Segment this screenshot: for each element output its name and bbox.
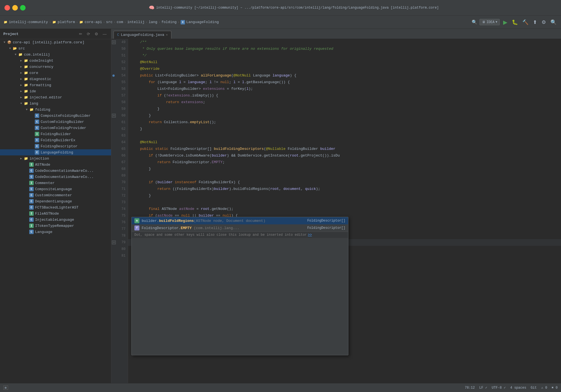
code-67: FoldingDescriptor. xyxy=(173,159,211,166)
tree-label-src: src xyxy=(18,46,25,51)
close-button[interactable] xyxy=(4,5,10,11)
line-71: 71 xyxy=(111,186,128,192)
breadcrumb-intellij[interactable]: intellij xyxy=(127,20,144,24)
tree-label-composite-lang: CompositeLanguage xyxy=(35,187,72,191)
breadcrumb-core-api[interactable]: 📁 core-api xyxy=(79,20,102,24)
tree-item-language[interactable]: ▶ C Language xyxy=(0,229,111,235)
tree-item-ide[interactable]: ▶ 📁 ide xyxy=(0,88,111,94)
code-62: } xyxy=(131,126,142,132)
tree-item-custom-folding-builder[interactable]: ▶ C CustomFoldingBuilder xyxy=(0,119,111,125)
tree-item-dependent-lang[interactable]: ▶ C DependentLanguage xyxy=(0,198,111,204)
tree-item-fcts[interactable]: ▶ C FCTSBackedLighterAST xyxy=(0,204,111,210)
tree-item-concurrency[interactable]: ▶ 📁 concurrency xyxy=(0,64,111,70)
breadcrumb-lang[interactable]: lang xyxy=(149,20,157,24)
tree-item-language-folding[interactable]: ▶ C LanguageFolding xyxy=(0,149,111,155)
autocomplete-item-2[interactable]: f FoldingDescriptor.EMPTY (com.intellij.… xyxy=(132,224,348,232)
tree-label-injection: injection xyxy=(29,157,49,161)
status-encoding[interactable]: UTF-8 ✓ xyxy=(492,386,506,390)
status-bar: ⊞ 78:12 LF ✓ UTF-8 ✓ 4 spaces Git ⚠ 0 ✖ … xyxy=(0,383,561,392)
codeinsight-folder-icon: 📁 xyxy=(23,58,28,63)
sync-button[interactable]: ⟳ xyxy=(86,31,91,37)
run-config-dropdown[interactable]: 🖥 IDEA ▼ xyxy=(479,19,500,25)
tree-item-lang[interactable]: ▼ 📁 lang xyxy=(0,100,111,106)
code3-70: FoldingBuilderEx) { xyxy=(196,179,240,186)
status-indent[interactable]: 4 spaces xyxy=(510,386,526,390)
line-53: 53 xyxy=(111,66,128,72)
expand-arrow-com-intellij: ▼ xyxy=(13,52,18,57)
tree-item-injected-editor[interactable]: ▶ 📁 injected.editor xyxy=(0,94,111,100)
tree-item-injection[interactable]: ▶ 📁 injection xyxy=(0,155,111,162)
line-69: 69 xyxy=(111,172,128,179)
tree-item-folding-builder-ex[interactable]: ▶ C FoldingBuilderEx xyxy=(0,137,111,143)
tree-item-diagnostic[interactable]: ▶ 📁 diagnostic xyxy=(0,76,111,82)
tree-item-composite-lang[interactable]: ▶ C CompositeLanguage xyxy=(0,186,111,192)
kw-return-71: return xyxy=(131,186,173,192)
src-folder-icon: 📂 xyxy=(12,46,17,51)
tree-item-folding[interactable]: ▼ 📁 folding xyxy=(0,106,111,113)
breadcrumb-com[interactable]: com xyxy=(117,20,123,24)
dropdown-arrow-icon: ▼ xyxy=(496,21,497,24)
new-scratch-button[interactable]: ✏ xyxy=(78,31,83,37)
breadcrumb-platform[interactable]: 📁 platform xyxy=(52,20,75,24)
maximize-button[interactable] xyxy=(20,5,26,11)
tree-item-file-astnode[interactable]: ▶ I FileASTNode xyxy=(0,210,111,217)
autocomplete-item-1[interactable]: m builder.buildFoldRegions(ASTNode node,… xyxy=(132,217,348,224)
tree-item-commenter[interactable]: ▶ I Commenter xyxy=(0,180,111,186)
tree-item-codedoc1[interactable]: ▶ C CodeDocumentationAwareCo... xyxy=(0,168,111,174)
status-warnings[interactable]: ⚠ 0 xyxy=(541,386,547,390)
ac-return-type-2: FoldingDescriptor[] xyxy=(307,226,345,230)
expand-arrow-folding: ▼ xyxy=(24,107,29,112)
status-square-icon[interactable]: ⊞ xyxy=(3,386,8,390)
breadcrumb-language-folding[interactable]: C LanguageFolding xyxy=(181,20,219,24)
sidebar-close-button[interactable]: — xyxy=(102,31,108,37)
tree-item-core[interactable]: ▶ 📁 core xyxy=(0,70,111,76)
tree-item-codeinsight[interactable]: ▶ 📁 codeInsight xyxy=(0,58,111,64)
line-70: 70 xyxy=(111,179,128,186)
tree-item-com-intellij[interactable]: ▼ 📁 com.intellij xyxy=(0,51,111,58)
build-button[interactable]: 🔨 xyxy=(521,18,530,26)
class-c-icon-injectable: C xyxy=(29,217,34,222)
vcs-button[interactable]: ⬆ xyxy=(532,18,538,26)
tree-item-composite-folding[interactable]: ▶ C CompositeFoldingBuilder xyxy=(0,113,111,119)
tree-item-codedoc2[interactable]: ▶ C CodeDocumentationAwareCo... xyxy=(0,174,111,180)
tree-item-core-api[interactable]: ▼ 📦 core-api [intellij.platform.core] xyxy=(0,39,111,45)
status-line-ending[interactable]: LF ✓ xyxy=(479,386,487,390)
tree-item-custom-folding-provider[interactable]: ▶ C CustomFoldingProvider xyxy=(0,125,111,131)
line-64: 64 xyxy=(111,139,128,146)
tab-language-folding[interactable]: C LanguageFolding.java × xyxy=(114,31,171,39)
tree-item-custom-uncommenter[interactable]: ▶ C CustomUncommenter xyxy=(0,192,111,198)
tree-item-astnode[interactable]: ▶ I ASTNode xyxy=(0,162,111,168)
breadcrumb-folding[interactable]: folding xyxy=(161,20,177,24)
debug-button[interactable]: 🐛 xyxy=(511,18,519,26)
global-search-button[interactable]: 🔍 xyxy=(549,18,558,26)
kw-if-57: if xyxy=(131,92,164,99)
search-icon[interactable]: 🔍 xyxy=(472,19,477,25)
global-search-icon: 🔍 xyxy=(550,19,557,25)
param-54: Language xyxy=(251,72,272,79)
run-button[interactable]: ▶ xyxy=(502,18,508,27)
param-name-54: language xyxy=(272,72,290,79)
minimize-button[interactable] xyxy=(12,5,18,11)
autocomplete-popup: m builder.buildFoldRegions(ASTNode node,… xyxy=(131,217,348,355)
hint-link[interactable]: >> xyxy=(308,233,312,237)
ac-method-text-1: builder.buildFoldRegions(ASTNode node, D… xyxy=(142,219,305,223)
tree-item-formatting[interactable]: ▶ 📁 formatting xyxy=(0,82,111,88)
sidebar-settings-button[interactable]: ⚙ xyxy=(94,31,99,37)
tree-item-injectable-lang[interactable]: ▶ C InjectableLanguage xyxy=(0,217,111,223)
status-position[interactable]: 78:12 xyxy=(465,386,475,390)
code2-56: = forKey( xyxy=(225,86,246,92)
tree-item-src[interactable]: ▼ 📂 src xyxy=(0,45,111,51)
tree-item-token-remapper[interactable]: ▶ I ITokenTypeRemapper xyxy=(0,223,111,229)
breadcrumb-project[interactable]: 📁 intellij-community xyxy=(3,20,48,24)
autocomplete-hint: Dot, space and some other keys will also… xyxy=(132,232,348,238)
var-74: astNode xyxy=(179,206,195,212)
status-errors[interactable]: ✖ 0 xyxy=(552,386,558,390)
tab-close-button[interactable]: × xyxy=(166,33,168,37)
settings-button[interactable]: ⚙ xyxy=(540,18,547,26)
breadcrumb: 📁 intellij-community › 📁 platform › 📁 co… xyxy=(3,20,469,24)
tree-item-folding-descriptor[interactable]: ▶ C FoldingDescriptor xyxy=(0,143,111,149)
status-git[interactable]: Git xyxy=(531,386,537,390)
var2-74: root xyxy=(201,206,210,212)
breadcrumb-src[interactable]: src xyxy=(106,20,112,24)
tree-item-folding-builder[interactable]: ▶ I FoldingBuilder xyxy=(0,131,111,137)
